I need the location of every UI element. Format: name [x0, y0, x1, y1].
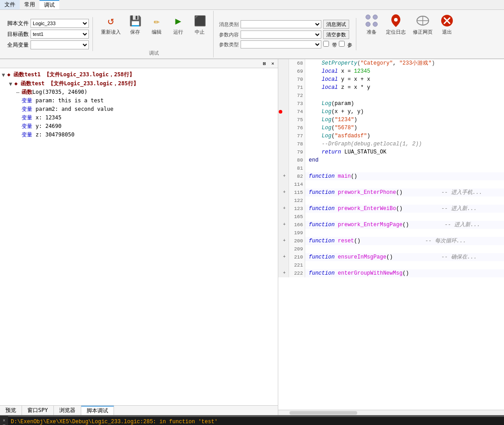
- tree-node-param2[interactable]: 变量 param2: and second value: [14, 105, 278, 114]
- script-file-select[interactable]: Logic_233: [31, 19, 89, 28]
- ready-button[interactable]: 准备: [362, 13, 381, 36]
- expand-btn-115[interactable]: +: [283, 188, 289, 197]
- tree-node-y[interactable]: 变量 y: 24690: [14, 122, 278, 131]
- menu-common[interactable]: 常用: [20, 0, 39, 9]
- reload-button[interactable]: ↺ 重新读入: [98, 13, 123, 36]
- expand-btn-210[interactable]: +: [283, 253, 289, 261]
- console-close-btn[interactable]: ×: [2, 418, 7, 423]
- code-line-123[interactable]: +123function prework_EnterWeiBo() -- 进入新…: [278, 205, 504, 213]
- code-line-72[interactable]: 72: [278, 92, 504, 100]
- code-line-209[interactable]: 209: [278, 245, 504, 253]
- fix-button[interactable]: 修正网页: [410, 13, 435, 36]
- clear-param-button[interactable]: 清空参数: [323, 30, 349, 39]
- breakpoint-73[interactable]: [278, 100, 283, 108]
- breakpoint-76[interactable]: [278, 124, 283, 132]
- breakpoint-122[interactable]: [278, 197, 283, 205]
- tab-preview[interactable]: 预览: [0, 406, 22, 415]
- msg-test-button[interactable]: 消息测试: [323, 20, 349, 29]
- locate-button[interactable]: 定位日志: [383, 13, 408, 36]
- run-button[interactable]: ▶ 运行: [168, 13, 188, 36]
- code-line-80[interactable]: 80end: [278, 156, 504, 164]
- edit-button[interactable]: ✏️ 编辑: [147, 13, 167, 36]
- breakpoint-222[interactable]: [278, 269, 283, 277]
- expand-btn-200[interactable]: +: [283, 237, 289, 245]
- code-line-76[interactable]: 76 Log("5678"): [278, 124, 504, 132]
- breakpoint-166[interactable]: [278, 221, 283, 229]
- code-line-166[interactable]: +166function prework_EnterMsgPage() -- 进…: [278, 221, 504, 229]
- breakpoint-72[interactable]: [278, 92, 283, 100]
- breakpoint-68[interactable]: [278, 59, 283, 67]
- panel-pin-button[interactable]: ⊠: [261, 61, 268, 66]
- stop-button[interactable]: ⬛ 中止: [190, 13, 210, 36]
- breakpoint-77[interactable]: [278, 132, 283, 140]
- expand-btn-222[interactable]: +: [283, 269, 289, 277]
- console-output[interactable]: D:\ExenObj\Exe\XE5\Debug\Logic_233.logic…: [8, 416, 504, 425]
- msg-type-select[interactable]: [241, 40, 321, 48]
- tree-node-content-test1[interactable]: ▼ ◆ 函数test1 【文件Logic_233.logic，258行】: [0, 70, 278, 79]
- code-line-69[interactable]: 69 local x = 12345: [278, 67, 504, 75]
- tab-script-debug[interactable]: 脚本调试: [81, 406, 114, 415]
- breakpoint-70[interactable]: [278, 75, 283, 83]
- global-var-select[interactable]: [31, 40, 89, 49]
- breakpoint-199[interactable]: [278, 229, 283, 237]
- tree-node-param[interactable]: 变量 param: this is a test: [14, 96, 278, 105]
- expand-btn-166[interactable]: +: [283, 221, 289, 229]
- msg-content-select[interactable]: [241, 31, 321, 39]
- breakpoint-115[interactable]: [278, 188, 283, 197]
- code-line-75[interactable]: 75 Log("1234"): [278, 116, 504, 124]
- target-fn-select[interactable]: test1: [31, 30, 89, 39]
- code-line-210[interactable]: +210function ensureInMsgPage() -- 确保在...: [278, 253, 504, 261]
- menu-debug[interactable]: 调试: [39, 0, 59, 9]
- code-line-165[interactable]: 165: [278, 213, 504, 221]
- code-area[interactable]: 68 SetProperty("Category", "233小游戏")69 l…: [278, 59, 504, 410]
- code-line-71[interactable]: 71 local z = x * y: [278, 83, 504, 92]
- tree-toggle-log[interactable]: —: [16, 89, 22, 96]
- breakpoint-165[interactable]: [278, 213, 283, 221]
- breakpoint-69[interactable]: [278, 67, 283, 75]
- breakpoint-221[interactable]: [278, 261, 283, 269]
- code-line-73[interactable]: 73 Log(param): [278, 100, 504, 108]
- tree-node-log[interactable]: — 函数Log(37035, 24690): [14, 88, 278, 96]
- tree-node-content-test[interactable]: ▼ ◆ 函数test 【文件Logic_233.logic，285行】: [7, 79, 278, 88]
- code-line-200[interactable]: +200function reset() -- 每次循环...: [278, 237, 504, 245]
- breakpoint-74[interactable]: [278, 108, 283, 116]
- code-line-79[interactable]: 79 return LUA_STATUS_OK: [278, 148, 504, 156]
- tree-node-z[interactable]: 变量 z: 304798050: [14, 131, 278, 139]
- param-check-can[interactable]: 参: [339, 41, 353, 48]
- code-line-221[interactable]: 221: [278, 261, 504, 269]
- breakpoint-75[interactable]: [278, 116, 283, 124]
- code-line-70[interactable]: 70 local y = x + x: [278, 75, 504, 83]
- tree-node-x[interactable]: 变量 x: 12345: [14, 114, 278, 122]
- code-line-115[interactable]: +115function prework_EnterPhone() -- 进入手…: [278, 188, 504, 197]
- code-line-122[interactable]: 122: [278, 197, 504, 205]
- breakpoint-71[interactable]: [278, 83, 283, 92]
- tree-toggle-test1[interactable]: ▼: [2, 72, 7, 78]
- expand-btn-82[interactable]: +: [283, 172, 289, 180]
- code-line-199[interactable]: 199: [278, 229, 504, 237]
- code-line-68[interactable]: 68 SetProperty("Category", "233小游戏"): [278, 59, 504, 67]
- expand-btn-123[interactable]: +: [283, 205, 289, 213]
- breakpoint-80[interactable]: [278, 156, 283, 164]
- code-line-114[interactable]: 114: [278, 180, 504, 188]
- code-line-77[interactable]: 77 Log("asfdadsf"): [278, 132, 504, 140]
- param-check-dai[interactable]: 带: [323, 41, 337, 48]
- breakpoint-79[interactable]: [278, 148, 283, 156]
- code-line-74[interactable]: 74 Log(x + y, y): [278, 108, 504, 116]
- msg-category-select[interactable]: [241, 20, 321, 28]
- save-button[interactable]: 💾 保存: [125, 13, 145, 36]
- breakpoint-123[interactable]: [278, 205, 283, 213]
- tree-toggle-test[interactable]: ▼: [9, 81, 14, 87]
- code-line-81[interactable]: 81: [278, 164, 504, 172]
- breakpoint-81[interactable]: [278, 164, 283, 172]
- tab-spy[interactable]: 窗口SPY: [22, 406, 54, 415]
- breakpoint-209[interactable]: [278, 245, 283, 253]
- code-line-78[interactable]: 78 --DrGraph(debug.getlocal(1, 2)): [278, 140, 504, 148]
- breakpoint-210[interactable]: [278, 253, 283, 261]
- code-line-222[interactable]: +222function enterGroupWithNewMsg(): [278, 269, 504, 277]
- breakpoint-78[interactable]: [278, 140, 283, 148]
- exit-button[interactable]: 退出: [437, 13, 457, 36]
- breakpoint-114[interactable]: [278, 180, 283, 188]
- breakpoint-82[interactable]: [278, 172, 283, 180]
- breakpoint-200[interactable]: [278, 237, 283, 245]
- panel-close-button[interactable]: ×: [269, 61, 276, 66]
